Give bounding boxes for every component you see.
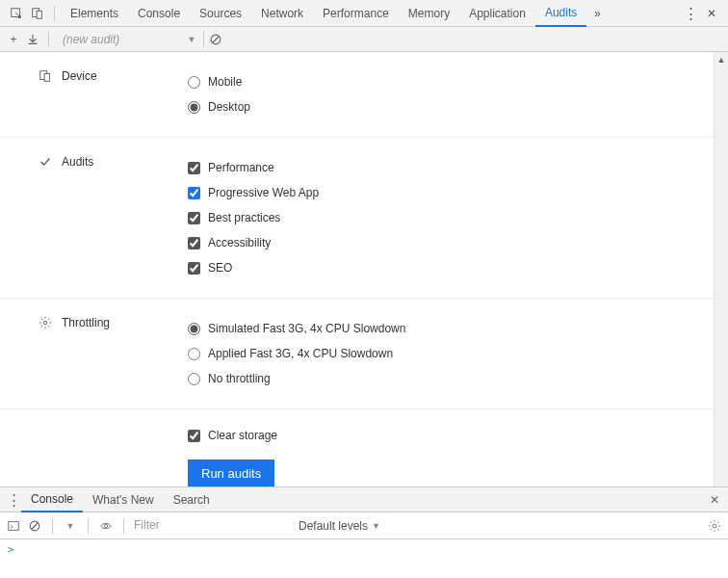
audit-performance-checkbox[interactable] [188, 162, 200, 174]
svg-line-4 [213, 36, 220, 42]
tab-elements[interactable]: Elements [61, 0, 128, 27]
clear-icon[interactable] [208, 33, 223, 46]
svg-point-12 [713, 524, 716, 528]
audit-best-practices-checkbox[interactable] [188, 212, 200, 224]
console-filter-input[interactable] [134, 516, 293, 536]
eye-icon[interactable] [98, 519, 114, 533]
device-label: Device [62, 69, 97, 83]
audit-pwa-checkbox[interactable] [188, 187, 200, 199]
throttling-simulated-option[interactable]: Simulated Fast 3G, 4x CPU Slowdown [188, 316, 728, 341]
svg-rect-6 [44, 73, 49, 81]
audit-select-label: (new audit) [63, 33, 119, 46]
drawer-tab-console[interactable]: Console [21, 486, 83, 512]
throttling-label: Throttling [62, 316, 110, 329]
device-icon [39, 69, 52, 83]
gear-icon [39, 316, 52, 329]
audit-best-practices-option[interactable]: Best practices [188, 205, 728, 230]
device-desktop-option[interactable]: Desktop [188, 94, 728, 119]
device-mobile-option[interactable]: Mobile [188, 69, 728, 94]
audit-select-dropdown[interactable]: (new audit) ▼ [57, 31, 204, 48]
audits-label: Audits [62, 155, 93, 169]
svg-rect-2 [37, 11, 41, 18]
close-devtools-icon[interactable]: ✕ [701, 7, 722, 20]
new-audit-icon[interactable]: + [6, 33, 21, 46]
throttling-simulated-radio[interactable] [188, 323, 200, 335]
audit-accessibility-checkbox[interactable] [188, 237, 200, 250]
console-toolbar: ▼ Default levels▼ [0, 512, 728, 539]
clear-storage-option[interactable]: Clear storage [188, 423, 728, 448]
audits-config-panel: Device Mobile Desktop Audits Performance… [0, 52, 728, 486]
drawer-close-icon[interactable]: ✕ [707, 493, 722, 507]
log-levels-dropdown[interactable]: Default levels▼ [299, 519, 380, 533]
svg-point-7 [43, 321, 47, 325]
throttling-section: Throttling Simulated Fast 3G, 4x CPU Slo… [0, 299, 728, 409]
svg-line-10 [32, 522, 39, 529]
throttling-applied-option[interactable]: Applied Fast 3G, 4x CPU Slowdown [188, 341, 728, 366]
download-audit-icon[interactable] [25, 33, 40, 46]
audit-seo-checkbox[interactable] [188, 262, 200, 275]
clear-storage-checkbox[interactable] [188, 430, 200, 442]
scroll-up-arrow[interactable]: ▲ [715, 52, 728, 66]
svg-point-11 [104, 524, 108, 528]
context-selector[interactable]: ▼ [63, 521, 78, 531]
audit-performance-option[interactable]: Performance [188, 155, 728, 180]
devtools-main-tabs: Elements Console Sources Network Perform… [0, 0, 728, 27]
svg-rect-8 [9, 521, 19, 530]
console-settings-icon[interactable] [707, 519, 722, 533]
drawer-tab-search[interactable]: Search [164, 486, 220, 512]
tab-memory[interactable]: Memory [399, 0, 459, 27]
drawer-menu-icon[interactable]: ⋮ [6, 491, 21, 509]
drawer-tabs: ⋮ Console What's New Search ✕ [0, 486, 728, 512]
tab-network[interactable]: Network [251, 0, 313, 27]
check-icon [39, 155, 52, 169]
audit-seo-option[interactable]: SEO [188, 255, 728, 280]
device-section: Device Mobile Desktop [0, 52, 728, 138]
chevron-down-icon: ▼ [187, 35, 195, 44]
console-clear-icon[interactable] [27, 519, 42, 533]
tab-audits[interactable]: Audits [535, 0, 586, 27]
run-audits-button[interactable]: Run audits [188, 460, 274, 486]
console-output[interactable]: > [0, 539, 728, 578]
console-sidebar-toggle-icon[interactable] [6, 519, 21, 533]
more-tabs-icon[interactable]: » [586, 7, 608, 20]
device-mobile-radio[interactable] [188, 76, 200, 89]
tab-sources[interactable]: Sources [190, 0, 251, 27]
throttling-none-radio[interactable] [188, 373, 200, 385]
drawer-tab-whats-new[interactable]: What's New [83, 486, 164, 512]
audits-toolbar: + (new audit) ▼ [0, 27, 728, 52]
audit-pwa-option[interactable]: Progressive Web App [188, 180, 728, 205]
throttling-applied-radio[interactable] [188, 348, 200, 360]
tab-console[interactable]: Console [128, 0, 190, 27]
device-desktop-radio[interactable] [188, 101, 200, 114]
audit-accessibility-option[interactable]: Accessibility [188, 230, 728, 255]
scrollbar[interactable]: ▲ [714, 52, 728, 486]
tab-performance[interactable]: Performance [313, 0, 399, 27]
device-toggle-icon[interactable] [27, 7, 48, 20]
run-section: Clear storage Run audits [0, 409, 728, 486]
kebab-menu-icon[interactable]: ⋮ [680, 5, 701, 22]
inspect-icon[interactable] [6, 7, 27, 20]
tab-application[interactable]: Application [459, 0, 535, 27]
audits-section: Audits Performance Progressive Web App B… [0, 138, 728, 299]
console-prompt: > [8, 543, 14, 556]
throttling-none-option[interactable]: No throttling [188, 366, 728, 391]
